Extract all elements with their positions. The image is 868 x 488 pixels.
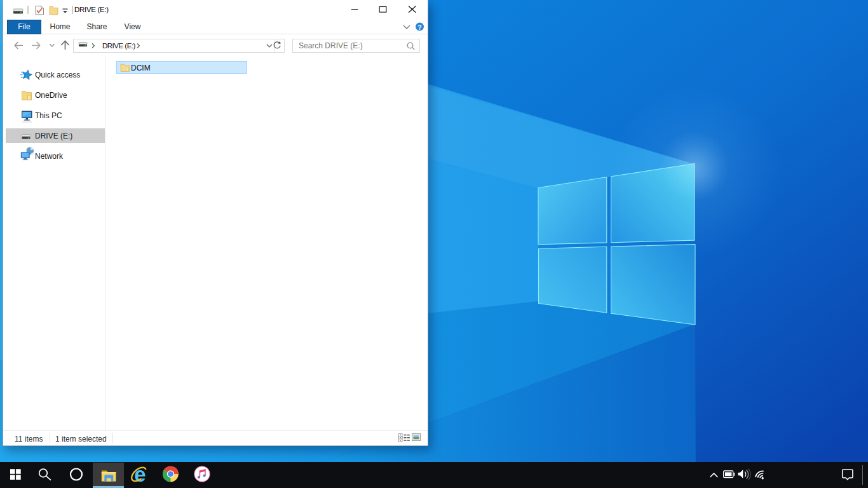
svg-text:DRIVE (E:): DRIVE (E:) [102, 42, 136, 50]
svg-text:?: ? [417, 24, 421, 31]
svg-text:e: e [134, 463, 146, 486]
